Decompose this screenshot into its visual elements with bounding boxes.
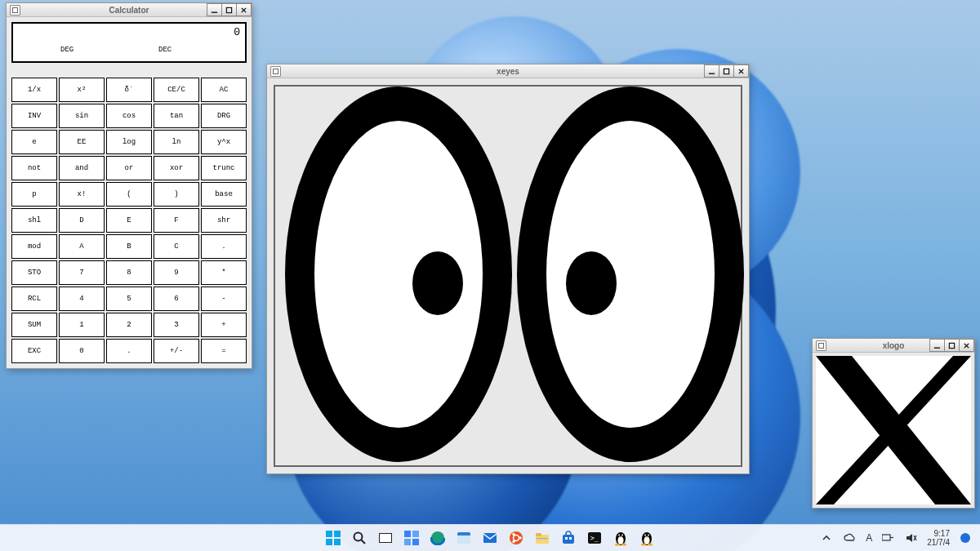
tux-icon[interactable] bbox=[612, 530, 629, 546]
calc-key-38[interactable]: 9 bbox=[154, 260, 199, 285]
calc-key-30[interactable]: mod bbox=[11, 234, 57, 259]
calculator-titlebar[interactable]: Calculator bbox=[7, 3, 252, 17]
calc-key-26[interactable]: D bbox=[59, 208, 105, 233]
calc-key-11[interactable]: EE bbox=[59, 130, 105, 154]
explorer-icon[interactable] bbox=[534, 530, 550, 546]
calc-key-15[interactable]: not bbox=[11, 156, 57, 180]
start-button[interactable] bbox=[325, 530, 341, 546]
close-button[interactable] bbox=[959, 339, 974, 352]
calc-key-13[interactable]: ln bbox=[154, 130, 199, 154]
close-button[interactable] bbox=[733, 64, 749, 78]
xeyes-window[interactable]: xeyes bbox=[266, 64, 750, 474]
taskview-icon[interactable] bbox=[377, 530, 394, 546]
calc-key-47[interactable]: 2 bbox=[106, 313, 152, 337]
calc-key-41[interactable]: 4 bbox=[59, 287, 105, 311]
calc-key-25[interactable]: shl bbox=[11, 208, 57, 233]
calc-key-14[interactable]: y^x bbox=[201, 130, 247, 154]
svg-point-54 bbox=[648, 535, 649, 536]
calc-key-1[interactable]: x² bbox=[59, 78, 105, 102]
calc-key-23[interactable]: ) bbox=[154, 182, 199, 207]
xeyes-titlebar[interactable]: xeyes bbox=[267, 64, 749, 78]
calc-key-39[interactable]: * bbox=[201, 260, 247, 285]
edge-icon[interactable] bbox=[430, 530, 446, 546]
store-icon[interactable] bbox=[560, 530, 577, 546]
calc-key-10[interactable]: e bbox=[11, 130, 57, 154]
calc-key-53[interactable]: +/- bbox=[154, 339, 199, 363]
calc-key-5[interactable]: INV bbox=[11, 104, 57, 128]
calc-key-32[interactable]: B bbox=[106, 234, 152, 259]
calc-key-52[interactable]: . bbox=[106, 339, 152, 363]
calc-key-34[interactable]: . bbox=[201, 234, 247, 259]
calc-key-50[interactable]: EXC bbox=[11, 339, 57, 363]
svg-rect-1 bbox=[226, 7, 231, 12]
calc-key-21[interactable]: x! bbox=[59, 182, 105, 207]
calc-key-12[interactable]: log bbox=[106, 130, 152, 154]
calc-key-36[interactable]: 7 bbox=[59, 260, 105, 285]
onedrive-icon[interactable] bbox=[842, 530, 858, 546]
calc-key-0[interactable]: 1/x bbox=[11, 78, 57, 102]
calc-key-24[interactable]: base bbox=[201, 182, 247, 207]
calc-key-29[interactable]: shr bbox=[201, 208, 247, 233]
calc-key-17[interactable]: or bbox=[106, 156, 152, 180]
calc-key-4[interactable]: AC bbox=[201, 78, 247, 102]
calc-key-7[interactable]: cos bbox=[106, 104, 152, 128]
maximize-button[interactable] bbox=[221, 3, 237, 16]
calculator-window[interactable]: Calculator 0 DEG DEC 1/xx²δ`CE/CACINVsin… bbox=[6, 2, 252, 369]
notifications-icon[interactable] bbox=[957, 530, 973, 546]
calc-key-46[interactable]: 1 bbox=[59, 313, 105, 337]
calc-key-54[interactable]: = bbox=[201, 339, 247, 363]
minimize-button[interactable] bbox=[929, 339, 945, 352]
maximize-button[interactable] bbox=[944, 339, 960, 352]
mail-icon[interactable] bbox=[482, 530, 498, 546]
calc-key-6[interactable]: sin bbox=[59, 104, 105, 128]
calc-key-8[interactable]: tan bbox=[154, 104, 199, 128]
calculator-display: 0 DEG DEC bbox=[11, 22, 247, 63]
calc-key-28[interactable]: F bbox=[154, 208, 199, 233]
maximize-button[interactable] bbox=[719, 64, 734, 78]
calc-key-49[interactable]: + bbox=[201, 313, 247, 337]
tux-icon[interactable] bbox=[639, 530, 655, 546]
xlogo-window[interactable]: xlogo bbox=[812, 338, 975, 509]
volume-icon[interactable] bbox=[903, 530, 920, 546]
display-value: 0 bbox=[234, 26, 240, 38]
calc-key-42[interactable]: 5 bbox=[106, 287, 152, 311]
calc-key-43[interactable]: 6 bbox=[154, 287, 199, 311]
minimize-button[interactable] bbox=[704, 64, 719, 78]
calc-key-37[interactable]: 8 bbox=[106, 260, 152, 285]
xlogo-body bbox=[813, 353, 974, 508]
calc-key-45[interactable]: SUM bbox=[11, 313, 57, 337]
widgets-icon[interactable] bbox=[403, 530, 420, 546]
calc-key-48[interactable]: 3 bbox=[154, 313, 199, 337]
calendar-icon[interactable] bbox=[456, 530, 472, 546]
svg-text:>_: >_ bbox=[590, 535, 599, 542]
ubuntu-icon[interactable] bbox=[508, 530, 524, 546]
ime-indicator[interactable]: A bbox=[866, 532, 872, 544]
network-icon[interactable] bbox=[880, 530, 896, 546]
calc-key-22[interactable]: ( bbox=[106, 182, 152, 207]
calc-key-9[interactable]: DRG bbox=[201, 104, 247, 128]
clock[interactable]: 9:17 21/7/4 bbox=[927, 529, 950, 547]
search-icon[interactable] bbox=[351, 530, 368, 546]
calc-key-16[interactable]: and bbox=[59, 156, 105, 180]
calc-key-3[interactable]: CE/C bbox=[154, 78, 199, 102]
calc-key-40[interactable]: RCL bbox=[11, 287, 57, 311]
calc-key-51[interactable]: 0 bbox=[59, 339, 105, 363]
calc-key-2[interactable]: δ` bbox=[106, 78, 152, 102]
calc-key-31[interactable]: A bbox=[59, 234, 105, 259]
calc-key-20[interactable]: p bbox=[11, 182, 57, 207]
calc-key-27[interactable]: E bbox=[106, 208, 152, 233]
svg-rect-39 bbox=[563, 535, 574, 544]
tray-chevron-up-icon[interactable] bbox=[818, 530, 835, 546]
xlogo-titlebar[interactable]: xlogo bbox=[813, 339, 974, 353]
calc-key-19[interactable]: trunc bbox=[201, 156, 247, 180]
clock-date: 21/7/4 bbox=[927, 538, 950, 547]
close-button[interactable] bbox=[236, 3, 252, 16]
calc-key-33[interactable]: C bbox=[154, 234, 199, 259]
calc-key-35[interactable]: STO bbox=[11, 260, 57, 285]
minimize-button[interactable] bbox=[207, 3, 222, 16]
taskbar[interactable]: >_ A 9:17 21/7/4 bbox=[0, 524, 980, 551]
calc-key-18[interactable]: xor bbox=[154, 156, 199, 180]
terminal-icon[interactable]: >_ bbox=[586, 530, 603, 546]
svg-line-19 bbox=[362, 540, 366, 544]
calc-key-44[interactable]: - bbox=[201, 287, 247, 311]
